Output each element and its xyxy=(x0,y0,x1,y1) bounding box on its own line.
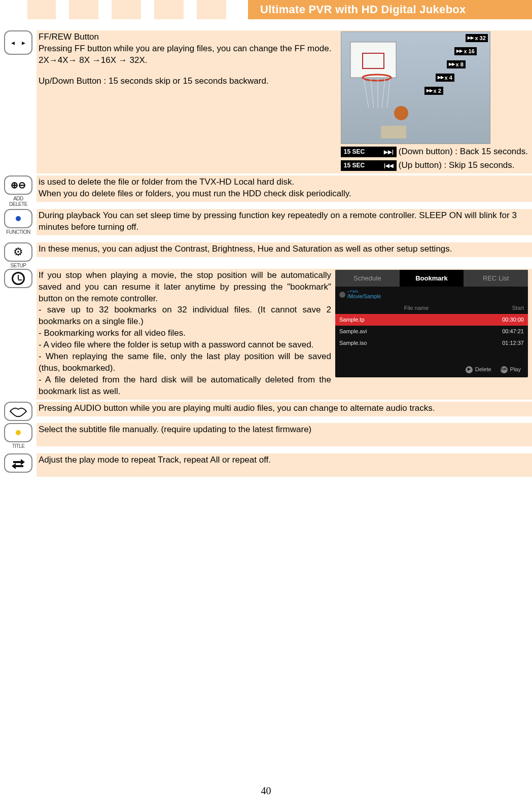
up-button-label: (Up button) : Skip 15 seconds. xyxy=(399,160,515,171)
title-icon: TITLE xyxy=(4,423,32,442)
speed-x4-badge: x 4 xyxy=(436,74,454,82)
setup-icon: ⚙ SETUP xyxy=(4,242,32,262)
sec-badge-down: 15 SEC▶▶| xyxy=(341,147,397,157)
section-setup: ⚙ SETUP In these menus, you can adjust t… xyxy=(0,242,532,262)
col-start: Start xyxy=(493,304,524,312)
svg-rect-4 xyxy=(381,126,406,138)
page-number: 40 xyxy=(0,785,532,797)
bookmark-delete-button: ▶Delete xyxy=(466,366,491,373)
bookmark-path: • Path /Movie/Sample xyxy=(335,287,528,302)
repeat-icon xyxy=(4,453,32,473)
speed-x16-badge: x 16 xyxy=(454,47,476,55)
bookmark-b4: - When replaying the same file, only the… xyxy=(39,351,331,374)
section-bookmark: If you stop when playing a movie, the st… xyxy=(0,269,532,400)
bookmark-screenshot: Schedule Bookmark REC List • Path /Movie… xyxy=(335,270,528,378)
ffrew-screenshot: x 32 x 16 x 8 x 4 x 2 xyxy=(341,31,490,144)
bookmark-b2: - Bookmarking works for all video files. xyxy=(39,328,331,339)
tab-bookmark: Bookmark xyxy=(400,270,464,287)
ffrew-heading: FF/REW Button xyxy=(39,31,337,43)
audio-lips-icon xyxy=(4,402,32,421)
ffrew-line2: 2X→4X→ 8X →16X → 32X. xyxy=(39,55,337,66)
bookmark-p1: If you stop when playing a movie, the st… xyxy=(39,270,331,305)
down-button-label: (Down button) : Back 15 seconds. xyxy=(399,146,528,158)
section-title: TITLE Select the subtitle file manually.… xyxy=(0,423,532,446)
section-ffrew: ◂▸ FF/REW Button Pressing FF button whil… xyxy=(0,30,532,173)
section-repeat: Adjust the play mode to repeat Track, re… xyxy=(0,453,532,477)
bookmark-row: Sample.avi 00:47:21 xyxy=(335,326,528,337)
tab-reclist: REC List xyxy=(464,270,528,287)
add-delete-line1: is used to delete the file or folder fro… xyxy=(39,177,517,188)
speed-x8-badge: x 8 xyxy=(447,60,466,68)
bookmark-b5: - A file deleted from the hard disk will… xyxy=(39,374,331,398)
bookmark-clock-icon xyxy=(4,269,32,288)
add-delete-icon: ⊕⊖ ADD DELETE xyxy=(4,175,32,195)
add-delete-line2: When you do delete files or folders, you… xyxy=(39,188,517,200)
ffrew-updown: Up/Down Button : 15 seconds skip or 15 s… xyxy=(39,76,337,87)
title-text: Select the subtitle file manually. (requ… xyxy=(37,423,532,446)
sec-badge-up: 15 SEC|◀◀ xyxy=(341,160,397,170)
bookmark-b3: - A video file where the folder is setup… xyxy=(39,339,331,351)
bookmark-row: Sample.iso 01:12:37 xyxy=(335,337,528,349)
svg-point-3 xyxy=(394,106,408,120)
ffrew-line1: Pressing FF button while you are playing… xyxy=(39,43,337,55)
ffrew-icon: ◂▸ xyxy=(4,30,32,55)
speed-x32-badge: x 32 xyxy=(466,34,487,42)
section-function: FUNCTION During playback You can set sle… xyxy=(0,209,532,235)
function-icon: FUNCTION xyxy=(4,209,32,228)
tab-schedule: Schedule xyxy=(335,270,400,287)
col-filename: File name xyxy=(339,304,493,312)
function-text: During playback You can set sleep time b… xyxy=(37,209,532,235)
bookmark-play-button: OKPlay xyxy=(501,366,521,373)
bookmark-b1: - save up to 32 bookmarks on 32 individu… xyxy=(39,304,331,328)
repeat-text: Adjust the play mode to repeat Track, re… xyxy=(37,453,532,477)
page-title: Ultimate PVR with HD Digital Jukebox xyxy=(248,0,532,19)
section-add-delete: ⊕⊖ ADD DELETE is used to delete the file… xyxy=(0,175,532,202)
pin-icon xyxy=(339,292,345,298)
section-audio: Pressing AUDIO button while you are play… xyxy=(0,402,532,421)
svg-rect-0 xyxy=(350,42,396,78)
audio-text: Pressing AUDIO button while you are play… xyxy=(37,402,532,416)
bookmark-row: Sample.tp 00:30:00 xyxy=(335,314,528,326)
speed-x2-badge: x 2 xyxy=(424,87,443,95)
setup-text: In these menus, you can adjust the Contr… xyxy=(37,242,532,257)
